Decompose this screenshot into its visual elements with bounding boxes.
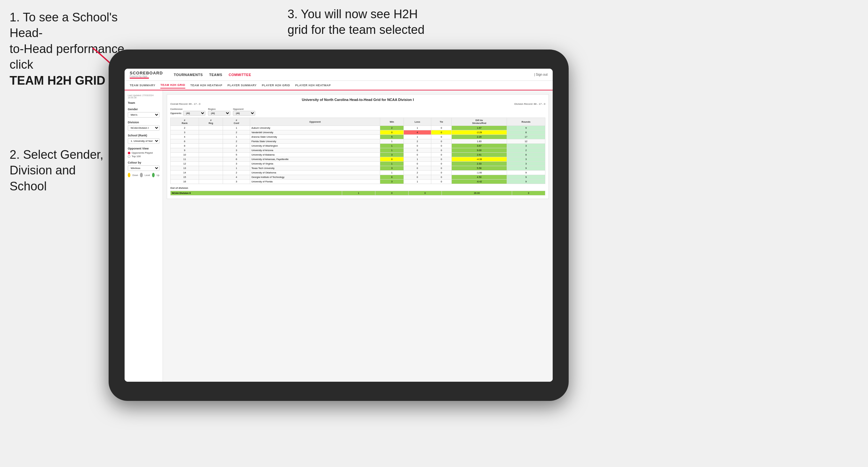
td-reg xyxy=(199,157,223,162)
logo-area: SCOREBOARD Powered by clippi xyxy=(130,71,163,79)
td-tie: 0 xyxy=(431,148,452,153)
td-reg xyxy=(199,180,223,184)
logo-sub: Powered by clippi xyxy=(130,75,163,77)
sidebar-school-select[interactable]: 1. University of Nort... xyxy=(128,138,159,144)
sidebar-colour-section: Colour by Win/loss Down Level Up xyxy=(128,161,159,177)
td-tie: 0 xyxy=(431,126,452,130)
td-loss: 1 xyxy=(403,157,431,162)
td-conf: 1 xyxy=(223,135,250,139)
grid-area: University of North Carolina Head-to-Hea… xyxy=(163,90,553,382)
td-opponent: University of Arkansas, Fayetteville xyxy=(250,157,380,162)
colour-dot-level xyxy=(140,173,143,177)
radio-opponents-label: Opponents Played xyxy=(132,151,153,154)
nav-links: TOURNAMENTS TEAMS COMMITTEE xyxy=(174,71,251,78)
table-row: 15 4 Georgia Institute of Technology 6 0… xyxy=(170,175,545,180)
td-diff: 1.67 xyxy=(452,126,507,130)
td-loss: 0 xyxy=(403,175,431,180)
td-diff: 5.56 xyxy=(452,166,507,170)
col-win: Win xyxy=(380,118,404,126)
filter-region-group: Region (All) xyxy=(208,108,230,116)
subnav-team-h2h-grid[interactable]: TEAM H2H GRID xyxy=(160,82,185,89)
td-win: 0 xyxy=(380,157,404,162)
td-conf: 1 xyxy=(223,166,250,170)
table-row: 9 3 University of Arizona 1 0 0 9.00 2 xyxy=(170,148,545,153)
td-reg xyxy=(199,175,223,180)
td-rank: 13 xyxy=(170,166,199,170)
table-row: 10 5 University of Alabama 3 0 0 2.61 8 xyxy=(170,153,545,157)
out-div-diff: 26.00 xyxy=(442,191,512,195)
td-loss: 0 xyxy=(403,162,431,166)
td-reg xyxy=(199,130,223,135)
td-diff: 1.83 xyxy=(452,139,507,144)
sidebar-colour-select[interactable]: Win/loss xyxy=(128,165,159,171)
table-row: 11 6 University of Arkansas, Fayettevill… xyxy=(170,157,545,162)
filter-opponent-group: Opponent (All) xyxy=(233,108,255,116)
sidebar-division-select[interactable]: NCAA Division I xyxy=(128,125,159,131)
table-row: 4 1 Arizona State University 5 1 0 2.29 … xyxy=(170,135,545,139)
td-opponent: Arizona State University xyxy=(250,135,380,139)
td-tie: 0 xyxy=(431,144,452,148)
out-of-division-label: Out of division xyxy=(170,187,545,189)
td-loss: 2 xyxy=(403,170,431,175)
td-opponent: University of Alabama xyxy=(250,153,380,157)
td-rounds: 8 xyxy=(507,153,545,157)
td-diff: 2.33 xyxy=(452,162,507,166)
radio-top100-label: Top 100 xyxy=(132,155,141,158)
td-win: 0 xyxy=(380,130,404,135)
td-reg xyxy=(199,126,223,130)
td-rank: 15 xyxy=(170,175,199,180)
col-loss: Loss xyxy=(403,118,431,126)
td-conf: 2 xyxy=(223,144,250,148)
main-content: Last Updated: 27/03/202416:55:38 Team Ge… xyxy=(125,90,553,382)
subnav-player-h2h-heatmap[interactable]: PLAYER H2H HEATMAP xyxy=(295,83,331,88)
td-diff: -4.33 xyxy=(452,157,507,162)
td-win: 1 xyxy=(380,148,404,153)
tablet-screen: SCOREBOARD Powered by clippi TOURNAMENTS… xyxy=(125,69,553,382)
subnav-player-h2h-grid[interactable]: PLAYER H2H GRID xyxy=(261,83,290,88)
subnav-player-summary[interactable]: PLAYER SUMMARY xyxy=(227,83,256,88)
td-conf: 1 xyxy=(223,126,250,130)
nav-tournaments[interactable]: TOURNAMENTS xyxy=(174,71,203,78)
ann3-text: 3. You will now see H2Hgrid for the team… xyxy=(287,7,425,36)
nav-teams[interactable]: TEAMS xyxy=(209,71,222,78)
opponents-static-label: Opponents: xyxy=(170,112,182,114)
td-opponent: Vanderbilt University xyxy=(250,130,380,135)
nav-committee[interactable]: COMMITTEE xyxy=(229,71,251,78)
overall-record: Overall Record: 89 - 17 - 0 xyxy=(170,102,200,105)
td-rank: 14 xyxy=(170,170,199,175)
sub-nav: TEAM SUMMARY TEAM H2H GRID TEAM H2H HEAT… xyxy=(125,81,553,90)
filter-opponent-select[interactable]: (All) xyxy=(233,111,255,116)
subnav-team-h2h-heatmap[interactable]: TEAM H2H HEATMAP xyxy=(190,83,222,88)
td-opponent: University of Washington xyxy=(250,144,380,148)
table-row: 16 3 University of Florida 3 1 0 -6.42 9 xyxy=(170,180,545,184)
filter-region-select[interactable]: (All) xyxy=(208,111,230,116)
grid-records: Overall Record: 89 - 17 - 0 Division Rec… xyxy=(170,102,545,105)
td-rounds: 2 xyxy=(507,148,545,153)
td-tie: 0 xyxy=(431,130,452,135)
sidebar-radio-opponents[interactable]: Opponents Played xyxy=(128,151,159,154)
td-conf: 3 xyxy=(223,162,250,166)
td-rounds: 3 xyxy=(507,162,545,166)
td-diff: 4.50 xyxy=(452,175,507,180)
col-opponent: Opponent xyxy=(250,118,380,126)
sidebar-radio-top100[interactable]: Top 100 xyxy=(128,155,159,158)
colour-dot-up xyxy=(152,173,155,177)
table-row: 8 2 University of Washington 1 0 0 3.67 … xyxy=(170,144,545,148)
filter-opponents-select[interactable]: (All) xyxy=(183,111,206,116)
td-reg xyxy=(199,166,223,170)
td-reg xyxy=(199,139,223,144)
td-conf: 2 xyxy=(223,170,250,175)
sidebar-gender-select[interactable]: Men's xyxy=(128,112,159,118)
sidebar-team-section: Team xyxy=(128,101,159,104)
td-reg xyxy=(199,170,223,175)
td-diff: -2.29 xyxy=(452,130,507,135)
division-record: Division Record: 88 - 17 - 0 xyxy=(514,102,545,105)
td-conf: 3 xyxy=(223,180,250,184)
td-loss: 1 xyxy=(403,135,431,139)
td-diff: 2.61 xyxy=(452,153,507,157)
data-table: #Rank #Reg #Conf Opponent Win Loss Tie D… xyxy=(170,118,545,184)
subnav-team-summary[interactable]: TEAM SUMMARY xyxy=(130,83,155,88)
td-conf: 5 xyxy=(223,153,250,157)
sign-out-link[interactable]: | Sign out xyxy=(534,73,548,76)
sidebar-school-section: School (Rank) 1. University of Nort... xyxy=(128,134,159,144)
